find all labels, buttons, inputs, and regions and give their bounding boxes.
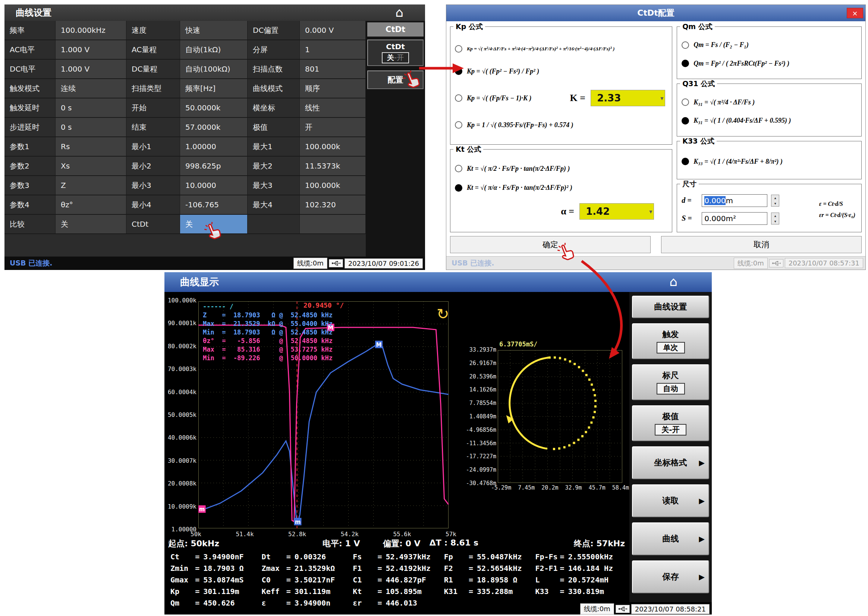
radio-icon[interactable] [681, 60, 689, 67]
qm-formula-option-1[interactable]: Qm = Fs / (F₂ − F₁) [681, 41, 857, 49]
radio-icon[interactable] [455, 121, 462, 129]
setting-value[interactable]: 998.625p [180, 157, 248, 176]
setting-value[interactable]: 102.320 [300, 195, 366, 215]
setting-value[interactable]: -106.765 [180, 195, 248, 215]
alpha-input[interactable]: 1.42 ▾ [579, 203, 654, 220]
radio-icon[interactable] [455, 94, 462, 102]
radio-icon[interactable] [455, 45, 462, 53]
ctdt-sidebar: CtDt CtDt 关-开 配置 [366, 21, 425, 256]
radio-icon[interactable] [455, 68, 462, 75]
close-button[interactable]: × [847, 8, 863, 18]
cancel-button[interactable]: 取消 [661, 236, 862, 253]
toggle-off-label: 关 [387, 53, 394, 61]
setting-value[interactable]: 自动(100kΩ) [180, 60, 248, 79]
info-value: 8.61 s [450, 538, 479, 547]
radio-icon[interactable] [455, 165, 462, 172]
setting-value[interactable]: 10.0000 [180, 176, 248, 195]
setting-label: 速度 [126, 21, 180, 40]
result-value: 301.119m [203, 587, 239, 596]
radio-icon[interactable] [455, 184, 462, 192]
s-stepper[interactable]: ▴▾ [771, 212, 779, 225]
setting-value[interactable]: Xs [56, 157, 126, 176]
radio-icon[interactable] [681, 117, 689, 124]
setting-value[interactable]: 开 [300, 118, 366, 137]
setting-value[interactable]: 1.00000 [180, 137, 248, 157]
d-row: d = 0.000m ▴▾ [681, 194, 779, 207]
measurement-readouts: ------ /Z = 18.7903 Ω @ 52.4850 kHzMax =… [203, 303, 333, 362]
ctdt-toggle-button[interactable]: CtDt 关-开 [367, 39, 424, 66]
sidebar-button-curve-settings[interactable]: 曲线设置 [632, 296, 709, 318]
setting-value[interactable]: θz° [56, 195, 126, 215]
y-axis-label: 1.40849m [469, 413, 496, 420]
setting-value[interactable] [300, 215, 366, 234]
radio-icon[interactable] [681, 41, 689, 49]
kt-formula-option-2[interactable]: Kt = √( π/α · Fs/Fp · tan(π/2·ΔF/Fp)² ) [455, 184, 667, 192]
y-axis-label: 10.0009k [168, 503, 196, 510]
kp-formula-option-4[interactable]: Kp = 1 / √( 0.395·Fs/(Fp−Fs) + 0.574 ) [455, 121, 667, 129]
radio-icon[interactable] [681, 99, 689, 106]
setting-value[interactable]: Rs [56, 137, 126, 157]
sidebar-toggle-button[interactable]: 标尺 自动 [632, 364, 709, 400]
sidebar-toggle-button[interactable]: 极值 关-开 [632, 405, 709, 441]
setting-value[interactable]: 关 [56, 215, 126, 234]
svg-text:m: m [199, 506, 205, 513]
setting-value[interactable]: 50.0000k [180, 99, 248, 118]
qm-formula-option-2[interactable]: Qm = Fp² / ( 2πFsRCt(Fp² − Fs²) ) [681, 60, 857, 68]
setting-value[interactable]: 快速 [180, 21, 248, 40]
setting-value[interactable]: 0.000 V [300, 21, 366, 40]
ctdt-config-button[interactable]: 配置 [367, 71, 424, 89]
kt-formula-option-1[interactable]: Kt = √( π/2 · Fs/Fp · tan(π/2·ΔF/Fp) ) [455, 165, 667, 173]
measurement-readout: Max = 85.316 @ 53.7275 kHz [203, 346, 333, 353]
rotate-icon[interactable]: ↻ [436, 305, 449, 322]
spin-down-icon[interactable]: ▾ [771, 218, 779, 224]
setting-value[interactable]: 0 s [56, 118, 126, 137]
setting-value[interactable]: 0 s [56, 99, 126, 118]
setting-value[interactable]: 801 [300, 60, 366, 79]
k33-formula-option-1[interactable]: K₃₃ = √( 1 / (4/π²·Fs/ΔF + 8/π²) ) [681, 158, 857, 165]
sidebar-menu-button[interactable]: 保存 ▶ [632, 561, 709, 593]
sidebar-toggle-button[interactable]: 触发 单次 [632, 323, 709, 359]
home-icon[interactable]: ⌂ [669, 275, 678, 288]
setting-value[interactable]: 100.000k [300, 137, 366, 157]
x-axis-label: 7.45m [518, 484, 535, 491]
setting-value[interactable]: 频率[Hz] [180, 79, 248, 99]
radio-icon[interactable] [681, 158, 689, 165]
setting-value[interactable]: 1.000 V [56, 40, 126, 60]
setting-value[interactable]: 自动(1kΩ) [180, 40, 248, 60]
setting-label: 分屏 [248, 40, 300, 60]
spin-down-icon[interactable]: ▾ [771, 201, 779, 206]
k-input[interactable]: 2.33 ▾ [590, 90, 665, 106]
curve-settings-panel: 曲线设置 ⌂ 频率 100.000kHz 速度 快速 DC偏置 0.000 V [5, 5, 425, 270]
setting-value[interactable]: 1 [300, 40, 366, 60]
dropdown-arrow-icon[interactable]: ▾ [660, 95, 663, 102]
result-name: Kp [170, 587, 195, 596]
sidebar-menu-button[interactable]: 坐标格式 ▶ [632, 446, 709, 479]
home-icon[interactable]: ⌂ [395, 6, 403, 19]
setting-value[interactable]: 关 [180, 215, 248, 234]
kp-formula-option-3[interactable]: Kp = √( (Fp/Fs − 1)·K ) K = 2.33 ▾ [455, 90, 667, 106]
dropdown-arrow-icon[interactable]: ▾ [649, 208, 652, 215]
setting-value[interactable]: 57.0000k [180, 118, 248, 137]
d-input[interactable]: 0.000m [702, 194, 768, 207]
spin-up-icon[interactable]: ▴ [771, 195, 779, 201]
setting-value[interactable]: 1.000 V [56, 60, 126, 79]
q31-formula-option-2[interactable]: K₃₁ = √( 1 / (0.404·Fs/ΔF + 0.595) ) [681, 117, 857, 124]
y-axis-label: 33.2937m [469, 346, 496, 353]
setting-value[interactable]: 100.000k [300, 176, 366, 195]
setting-value[interactable]: 11.5373k [300, 157, 366, 176]
setting-value[interactable]: 线性 [300, 99, 366, 118]
sidebar-menu-button[interactable]: 读取 ▶ [632, 484, 709, 517]
sidebar-menu-button[interactable]: 曲线 ▶ [632, 522, 709, 555]
d-stepper[interactable]: ▴▾ [771, 195, 779, 207]
spin-up-icon[interactable]: ▴ [771, 213, 779, 218]
ok-button[interactable]: 确定 [450, 236, 651, 253]
setting-value[interactable]: 100.000kHz [56, 21, 126, 40]
s-input[interactable]: 0.000m² [702, 212, 768, 225]
setting-value[interactable]: Z [56, 176, 126, 195]
setting-value[interactable]: 顺序 [300, 79, 366, 99]
kp-formula-option-1[interactable]: Kp = √( π²/4·ΔF/Fs + π²/4·(4−π²)/4·(ΔF/F… [455, 45, 667, 53]
q31-formula-option-1[interactable]: K₃₁ = √( π²/4 · ΔF/Fs ) [681, 99, 857, 106]
setting-value[interactable]: 连续 [56, 79, 126, 99]
kp-formula-option-2[interactable]: Kp = √( (Fp² − Fs²) / Fp² ) [455, 68, 667, 75]
result-value: 20.5724mH [568, 575, 609, 584]
